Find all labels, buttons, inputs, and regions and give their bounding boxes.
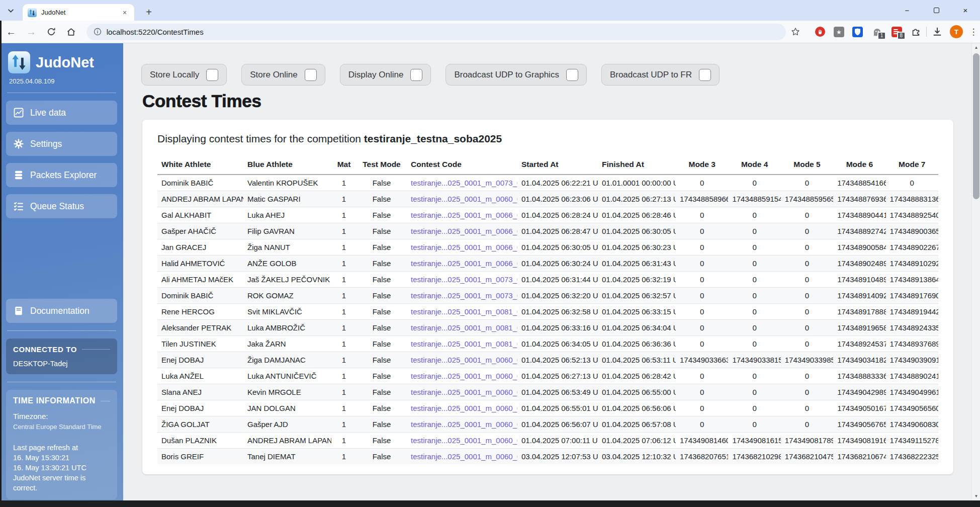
bitwarden-extension-icon[interactable] — [851, 26, 863, 38]
downloads-button[interactable] — [931, 25, 944, 38]
scrollbar-down-arrow[interactable]: ▼ — [972, 492, 980, 500]
tab-search-button[interactable] — [4, 4, 17, 17]
page-scrollbar[interactable]: ▲ ▼ — [971, 43, 980, 500]
cell-mode-6: 1743489178881 — [833, 304, 885, 320]
browser-menu-button[interactable]: ⋮ — [967, 25, 980, 38]
sidebar-item-settings[interactable]: Settings — [6, 132, 117, 156]
contest-code-link[interactable]: testiranje...025_0001_m_0066_0007 — [411, 259, 517, 268]
window-maximize-button[interactable] — [922, 0, 951, 21]
cell-mode-3: 0 — [676, 256, 728, 272]
cell-mat: 1 — [331, 256, 357, 272]
contest-code-link[interactable]: testiranje...025_0001_m_0060_0003 — [411, 356, 517, 364]
cell-mode-4: 0 — [728, 288, 780, 304]
ghostery-extension-icon[interactable]: 1 — [871, 26, 883, 38]
window-minimize-button[interactable]: − — [893, 0, 922, 21]
cell-contest-code: testiranje...025_0001_m_0060_0015 — [407, 368, 517, 384]
adblock-extension-icon[interactable] — [814, 26, 826, 38]
checkbox[interactable] — [699, 69, 711, 81]
bookmark-star-button[interactable] — [789, 25, 802, 38]
scrollbar-thumb[interactable] — [973, 53, 979, 199]
contest-code-link[interactable]: testiranje...025_0001_m_0066_0001 — [411, 211, 517, 219]
contest-code-link[interactable]: testiranje...025_0001_m_0081_0002 — [411, 323, 517, 332]
toggle-broadcast-udp-to-fr[interactable]: Broadcast UDP to FR — [601, 64, 720, 86]
scrollbar-up-arrow[interactable]: ▲ — [972, 43, 980, 52]
contest-code-link[interactable]: testiranje...025_0001_m_0081_0001 — [411, 307, 517, 316]
window-close-button[interactable]: × — [951, 0, 980, 21]
table-row: ŽIGA GOLJATGašper AJD1Falsetestiranje...… — [157, 416, 938, 433]
star-extension-icon[interactable]: ★ — [833, 26, 845, 38]
cell-finished-at: 01.04.2025 06:33:15 UTC — [598, 304, 676, 320]
browser-tab-judonet[interactable]: JudoNet × — [23, 4, 134, 21]
contest-code-link[interactable]: testiranje...025_0001_m_0066_0003 — [411, 227, 517, 235]
list-check-icon — [14, 201, 24, 211]
toggle-broadcast-udp-to-graphics[interactable]: Broadcast UDP to Graphics — [446, 64, 587, 86]
site-info-icon[interactable] — [94, 28, 102, 36]
cell-white-athlete: Ali AHMETAJ MAčEK — [157, 272, 243, 288]
tab-close-icon[interactable]: × — [120, 8, 129, 17]
cell-mode-6: 1743488904416 — [833, 207, 885, 223]
checkbox[interactable] — [206, 69, 218, 81]
contest-code-link[interactable]: testiranje...025_0001_m_0073_0001 — [411, 275, 517, 284]
cell-mode-7: 1743488925403 — [886, 207, 938, 223]
cell-finished-at: 01.04.2025 06:28:46 UTC — [598, 207, 676, 223]
table-row: Gašper AHAČIČFilip GAVRAN1Falsetestiranj… — [157, 223, 938, 239]
extensions-menu-button[interactable] — [909, 25, 922, 38]
cell-mode-6: 1743490819165 — [833, 433, 885, 449]
contest-code-link[interactable]: testiranje...025_0001_m_0081_0003 — [411, 340, 517, 348]
cell-mode-7: 1743489138649 — [886, 272, 938, 288]
sidebar-item-documentation[interactable]: Documentation — [6, 299, 117, 323]
forward-button[interactable]: → — [22, 23, 40, 41]
broadcast-toggles-row: Store LocallyStore OnlineDisplay OnlineB… — [141, 64, 971, 86]
toggle-store-locally[interactable]: Store Locally — [141, 64, 227, 86]
sidebar-item-queue-status[interactable]: Queue Status — [6, 194, 117, 218]
contest-code-link[interactable]: testiranje...025_0001_m_0060_0018 — [411, 404, 517, 412]
contest-code-link[interactable]: testiranje...025_0001_m_0060_0005 — [411, 195, 517, 203]
cell-test-mode: False — [357, 256, 407, 272]
contest-code-link[interactable]: testiranje...025_0001_m_0073_0005 — [411, 291, 517, 300]
cell-mode-7: 1743489243355 — [886, 320, 938, 336]
cell-mode-3: 1743490336631 — [676, 352, 728, 368]
new-tab-button[interactable]: + — [142, 5, 156, 19]
database-icon — [14, 170, 24, 180]
contest-code-link[interactable]: testiranje...025_0001_m_0060_0019 — [411, 420, 517, 429]
cell-started-at: 01.04.2025 06:55:01 UTC — [517, 400, 598, 416]
checkbox[interactable] — [410, 69, 422, 81]
cell-mode-5: 0 — [781, 175, 833, 191]
back-button[interactable]: ← — [2, 23, 20, 41]
cell-mat: 1 — [331, 207, 357, 223]
contest-code-link[interactable]: testiranje...025_0001_m_0060_0015 — [411, 372, 517, 380]
cell-finished-at: 01.04.2025 06:32:57 UTC — [598, 288, 676, 304]
toggle-display-online[interactable]: Display Online — [340, 64, 431, 86]
contest-code-link[interactable]: testiranje...025_0001_m_0066_0005 — [411, 243, 517, 251]
toggle-store-online[interactable]: Store Online — [241, 64, 325, 86]
cell-white-athlete: Jan GRACEJ — [157, 239, 243, 256]
sidebar-item-packets-explorer[interactable]: Packets Explorer — [6, 163, 117, 187]
contest-code-link[interactable]: testiranje...025_0001_m_0060_0021 — [411, 452, 517, 461]
cell-finished-at: 01.04.2025 06:34:04 UTC — [598, 320, 676, 336]
cell-mode-5: 0 — [781, 207, 833, 223]
home-icon — [66, 27, 76, 37]
browser-toolbar: ← → localhost:5220/ContestTimes ★ 1 8 T … — [0, 21, 980, 43]
cell-mat: 1 — [331, 368, 357, 384]
cell-mode-3: 0 — [676, 223, 728, 239]
contest-code-link[interactable]: testiranje...025_0001_m_0060_0020 — [411, 436, 517, 445]
address-bar[interactable]: localhost:5220/ContestTimes — [86, 24, 786, 40]
cell-mode-7: 1743490565600 — [886, 400, 938, 416]
checkbox[interactable] — [566, 69, 578, 81]
home-button[interactable] — [62, 23, 80, 41]
server-time-note: JudoNet server time is correct. — [13, 473, 110, 493]
sidebar-item-live-data[interactable]: Live data — [6, 101, 117, 125]
cell-mode-5: 0 — [781, 272, 833, 288]
contest-code-link[interactable]: testiranje...025_0001_m_0073_0003 — [411, 179, 517, 187]
judonet-favicon — [28, 8, 37, 17]
profile-avatar[interactable]: T — [950, 25, 963, 38]
time-information-card: TIME INFORMATION Timezone: Central Europ… — [6, 390, 117, 499]
red-extension-icon[interactable]: 8 — [890, 26, 903, 38]
column-header-contest-code: Contest Code — [407, 157, 517, 175]
toggle-label: Display Online — [348, 70, 404, 80]
time-info-heading: TIME INFORMATION — [13, 396, 110, 405]
contest-code-link[interactable]: testiranje...025_0001_m_0060_0017 — [411, 388, 517, 396]
checkbox[interactable] — [305, 69, 317, 81]
column-header-white-athlete: White Athlete — [157, 157, 243, 175]
reload-button[interactable] — [42, 23, 60, 41]
